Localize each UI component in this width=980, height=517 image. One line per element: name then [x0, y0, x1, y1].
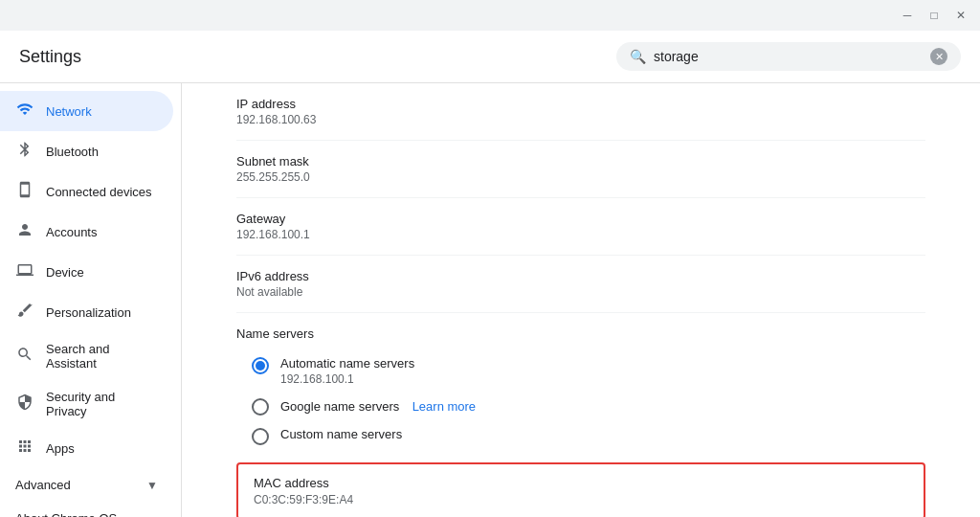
search-sidebar-icon [15, 346, 34, 367]
sidebar-item-bluetooth[interactable]: Bluetooth [0, 131, 173, 171]
sidebar-label-apps: Apps [46, 441, 75, 456]
search-input[interactable]: storage [654, 49, 930, 64]
sidebar-label-network: Network [46, 104, 92, 119]
ipv6-address-row: IPv6 address Not available [236, 256, 925, 313]
radio-custom-label: Custom name servers [280, 427, 402, 441]
sidebar-item-network[interactable]: Network [0, 91, 173, 131]
person-icon [15, 221, 34, 242]
ipv6-address-value: Not available [236, 285, 925, 299]
sidebar: Network Bluetooth Connected devices Acco… [0, 83, 182, 517]
radio-automatic-inner [256, 361, 265, 371]
laptop-icon [15, 261, 34, 282]
subnet-mask-row: Subnet mask 255.255.255.0 [236, 141, 925, 198]
sidebar-label-advanced: Advanced [15, 478, 71, 492]
gateway-label: Gateway [236, 212, 925, 226]
sidebar-item-search-assistant[interactable]: Search and Assistant [0, 332, 173, 380]
sidebar-item-about[interactable]: About Chrome OS [0, 502, 173, 517]
mac-address-value: C0:3C:59:F3:9E:A4 [254, 493, 908, 506]
settings-window: Settings 🔍 storage ✕ Network Bluetooth [0, 31, 980, 517]
security-icon [15, 393, 34, 415]
sidebar-item-device[interactable]: Device [0, 252, 173, 292]
sidebar-label-device: Device [46, 265, 84, 280]
mac-address-label: MAC address [254, 476, 908, 490]
page-title: Settings [19, 47, 81, 67]
close-button[interactable]: ✕ [949, 4, 972, 27]
mac-address-box: MAC address C0:3C:59:F3:9E:A4 [236, 462, 925, 517]
radio-automatic-circle [252, 357, 269, 374]
header: Settings 🔍 storage ✕ [0, 31, 980, 83]
sidebar-item-advanced[interactable]: Advanced ▼ [0, 468, 173, 502]
search-icon: 🔍 [630, 49, 646, 64]
radio-custom-circle [252, 428, 269, 445]
gateway-value: 192.168.100.1 [236, 228, 925, 241]
title-bar: ─ □ ✕ [0, 0, 980, 31]
sidebar-label-connected-devices: Connected devices [46, 185, 152, 199]
sidebar-label-bluetooth: Bluetooth [46, 145, 99, 159]
radio-google-label: Google name servers [280, 399, 399, 414]
minimize-button[interactable]: ─ [896, 4, 919, 27]
sidebar-item-connected-devices[interactable]: Connected devices [0, 171, 173, 212]
radio-google-circle [252, 398, 269, 416]
sidebar-label-personalization: Personalization [46, 305, 131, 320]
bluetooth-icon [15, 141, 34, 162]
apps-icon [15, 438, 34, 459]
content-inner: IP address 192.168.100.63 Subnet mask 25… [217, 83, 945, 517]
sidebar-item-security-privacy[interactable]: Security and Privacy [0, 380, 173, 428]
sidebar-item-accounts[interactable]: Accounts [0, 212, 173, 252]
window-controls: ─ □ ✕ [896, 4, 972, 27]
content-area: IP address 192.168.100.63 Subnet mask 25… [182, 83, 980, 517]
radio-custom[interactable]: Custom name servers [236, 421, 925, 451]
google-learn-more-link[interactable]: Learn more [412, 399, 476, 414]
body: Network Bluetooth Connected devices Acco… [0, 83, 980, 517]
ip-address-row: IP address 192.168.100.63 [236, 83, 925, 141]
sidebar-label-about: About Chrome OS [15, 511, 117, 517]
ipv6-address-label: IPv6 address [236, 269, 925, 283]
sidebar-label-accounts: Accounts [46, 225, 97, 239]
ip-address-label: IP address [236, 97, 925, 111]
brush-icon [15, 302, 34, 323]
radio-automatic-label: Automatic name servers [280, 356, 414, 371]
name-servers-header: Name servers [236, 313, 925, 347]
sidebar-label-search-assistant: Search and Assistant [46, 342, 158, 371]
ip-address-value: 192.168.100.63 [236, 113, 925, 126]
radio-google[interactable]: Google name servers Learn more [236, 392, 925, 421]
search-bar[interactable]: 🔍 storage ✕ [616, 42, 961, 71]
wifi-icon [15, 101, 34, 122]
maximize-button[interactable]: □ [923, 4, 946, 27]
radio-automatic-sublabel: 192.168.100.1 [280, 372, 414, 386]
subnet-mask-value: 255.255.255.0 [236, 170, 925, 184]
radio-automatic[interactable]: Automatic name servers 192.168.100.1 [236, 350, 925, 392]
gateway-row: Gateway 192.168.100.1 [236, 198, 925, 256]
subnet-mask-label: Subnet mask [236, 154, 925, 169]
name-servers-group: Automatic name servers 192.168.100.1 Goo… [236, 347, 925, 455]
sidebar-item-apps[interactable]: Apps [0, 428, 173, 468]
sidebar-item-personalization[interactable]: Personalization [0, 292, 173, 332]
devices-icon [15, 181, 34, 202]
sidebar-label-security-privacy: Security and Privacy [46, 390, 158, 418]
advanced-chevron-icon: ▼ [146, 479, 158, 492]
clear-search-button[interactable]: ✕ [930, 48, 947, 65]
